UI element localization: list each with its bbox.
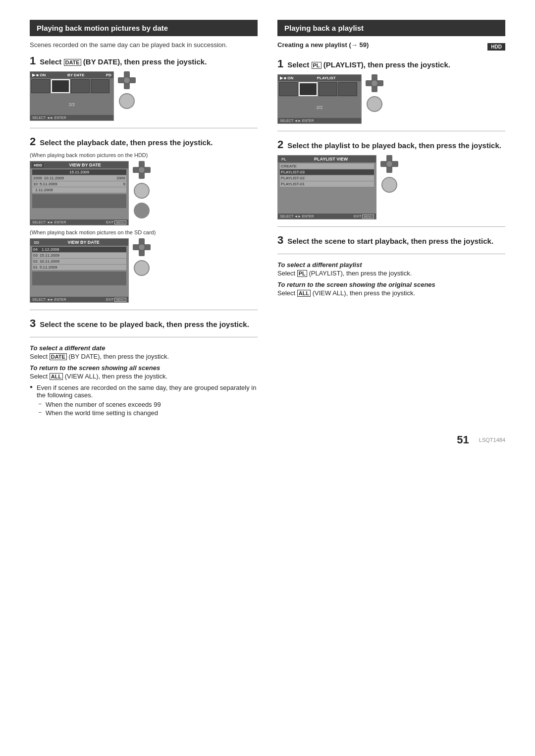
joystick-circle-3 bbox=[134, 203, 150, 218]
pl-thumb1 bbox=[279, 82, 298, 96]
right-step3-label: Select the scene to start playback, then… bbox=[287, 237, 493, 245]
creating-note-row: Creating a new playlist (→ 59) HDD bbox=[277, 41, 505, 53]
right-step2-block: 2 Select the playlist to be played back,… bbox=[277, 138, 505, 219]
hdd-row-highlight: 15.11.2009 bbox=[32, 169, 126, 175]
plview-row-create: CREATE bbox=[280, 163, 374, 169]
left-step2-text: 2 Select the playback date, then press t… bbox=[30, 135, 258, 148]
joystick-cross-r2 bbox=[380, 155, 398, 173]
playlist-title-center: PLAYLIST bbox=[317, 76, 336, 80]
right-divider2 bbox=[277, 226, 505, 227]
plview-row-03: PLAYLIST-03 bbox=[280, 169, 374, 175]
page-number-row: 51 LSQT1484 bbox=[30, 433, 505, 446]
hdd-thumbnail bbox=[32, 194, 126, 208]
plview-title: PLAYLIST VIEW bbox=[314, 157, 348, 162]
screen-title-bar-sd: SD VIEW BY DATE bbox=[30, 239, 128, 246]
left-step2-label: Select the playback date, then press the… bbox=[40, 138, 213, 147]
creating-note-text: Creating a new playlist (→ 59) bbox=[277, 41, 369, 49]
left-step1-screen: ▶ ■ ON BY DATE PD 2/2 bbox=[30, 71, 114, 121]
screen-thumbnails-playlist bbox=[278, 81, 361, 97]
right-step1-number: 1 bbox=[277, 57, 283, 70]
right-note1-block: To select a different playlist Select PL… bbox=[277, 261, 505, 277]
joystick-circle-4 bbox=[134, 260, 150, 276]
screen-bottom-hdd: SELECT ◄► ENTER EXIT MENU bbox=[30, 219, 128, 225]
left-step2-hdd-screen-pair: HDD VIEW BY DATE 15.11.2009 200910.11.20… bbox=[30, 161, 258, 225]
right-step1-screen: ▶ ■ ON PLAYLIST 2/2 bbox=[277, 74, 362, 124]
left-step2-hdd-nav bbox=[133, 161, 151, 218]
hdd-note: (When playing back motion pictures on th… bbox=[30, 152, 258, 158]
left-step2-sd-screen: SD VIEW BY DATE 041.12.2008 0315.11.2009 bbox=[30, 238, 129, 303]
left-step3-number: 3 bbox=[30, 317, 36, 329]
joystick-cross-2 bbox=[133, 161, 151, 179]
pl-thumb3 bbox=[319, 82, 337, 96]
left-note1-text: Select DATE (BY DATE), then press the jo… bbox=[30, 353, 258, 360]
left-note2-text: Select ALL (VIEW ALL), then press the jo… bbox=[30, 373, 258, 380]
divider1 bbox=[30, 128, 258, 128]
hdd-row-1: 200910.11.20092009 bbox=[32, 175, 126, 181]
left-step1-text: 1 Select DATE (BY DATE), then press the … bbox=[30, 54, 258, 67]
plview-bottom-right: EXIT MENU bbox=[354, 215, 374, 218]
right-divider1 bbox=[277, 131, 505, 131]
right-step2-number: 2 bbox=[277, 138, 283, 151]
hdd-bottom-right: EXIT MENU bbox=[106, 220, 126, 224]
screen-bottom-sd: SELECT ◄► ENTER EXIT MENU bbox=[30, 297, 128, 302]
left-note2-block: To return to the screen showing all scen… bbox=[30, 364, 258, 380]
left-step1-nav-icons bbox=[118, 71, 136, 109]
joystick-circle-r1 bbox=[367, 96, 382, 112]
right-step1-screen-pair: ▶ ■ ON PLAYLIST 2/2 bbox=[277, 74, 505, 124]
screen-middle: 2/2 bbox=[30, 94, 113, 115]
sd-row-3: 015.11.2009 bbox=[32, 265, 126, 270]
right-step2-label: Select the playlist to be played back, t… bbox=[287, 141, 501, 150]
playlist-page-indicator: 2/2 bbox=[317, 105, 323, 110]
screen-sd-title: VIEW BY DATE bbox=[67, 240, 99, 245]
left-sub-bullet-2: When the world time setting is changed bbox=[46, 409, 258, 417]
thumb1 bbox=[31, 79, 50, 93]
thumb3 bbox=[71, 79, 90, 93]
left-note2-label: To return to the screen showing all scen… bbox=[30, 364, 258, 372]
joystick-cross-3 bbox=[133, 238, 151, 256]
left-step2-sd-nav bbox=[133, 238, 151, 276]
plview-badge: PL bbox=[280, 157, 288, 162]
screen-ui-viewbydate-sd: SD VIEW BY DATE 041.12.2008 0315.11.2009 bbox=[30, 239, 128, 302]
screen-sd-badge: SD bbox=[32, 240, 41, 245]
screen-page-indicator: 2/2 bbox=[69, 102, 75, 107]
left-note1-block: To select a different date Select DATE (… bbox=[30, 344, 258, 360]
screen-sd-content: 041.12.2008 0315.11.2009 0210.11.2009 01… bbox=[30, 246, 128, 297]
plview-bottom-left: SELECT ◄► ENTER bbox=[280, 215, 314, 218]
sd-bottom-left: SELECT ◄► ENTER bbox=[32, 298, 66, 301]
sd-thumbnail bbox=[32, 271, 126, 285]
screen-hdd-title: VIEW BY DATE bbox=[69, 162, 101, 167]
two-column-layout: Playing back motion pictures by date Sce… bbox=[30, 20, 505, 419]
left-intro-text: Scenes recorded on the same day can be p… bbox=[30, 41, 258, 49]
screen-title-bar-hdd: HDD VIEW BY DATE bbox=[30, 162, 128, 168]
right-step3-number: 3 bbox=[277, 234, 283, 246]
joystick-circle-1 bbox=[119, 93, 135, 109]
right-step2-text: 2 Select the playlist to be played back,… bbox=[277, 138, 505, 151]
hdd-badge: HDD bbox=[487, 43, 505, 51]
left-step2-block: 2 Select the playback date, then press t… bbox=[30, 135, 258, 303]
playlist-middle: 2/2 bbox=[278, 97, 361, 118]
thumb2-selected bbox=[51, 79, 70, 93]
right-note1-text: Select PL (PLAYLIST), then press the joy… bbox=[277, 270, 505, 277]
screen-title-left: ▶ ■ ON bbox=[32, 73, 46, 77]
left-section-title: Playing back motion pictures by date bbox=[37, 24, 168, 32]
right-step1-nav bbox=[366, 74, 383, 112]
divider2 bbox=[30, 310, 258, 310]
screen-title-right: PD bbox=[106, 73, 111, 77]
screen-bottom-bydate: SELECT ◄► ENTER bbox=[30, 115, 113, 120]
doc-code: LSQT1484 bbox=[479, 437, 505, 443]
plview-row-02: PLAYLIST-02 bbox=[280, 175, 374, 181]
right-divider3 bbox=[277, 254, 505, 254]
plview-row-01: PLAYLIST-01 bbox=[280, 181, 374, 187]
left-section-header: Playing back motion pictures by date bbox=[30, 20, 258, 36]
screen-title-bar-playlist: ▶ ■ ON PLAYLIST bbox=[278, 75, 361, 81]
screen-title-bar-plview: PL PLAYLIST VIEW bbox=[278, 156, 376, 162]
left-step2-number: 2 bbox=[30, 135, 36, 148]
left-step1-screen-pair: ▶ ■ ON BY DATE PD 2/2 bbox=[30, 71, 258, 121]
screen-thumbnails-bydate bbox=[30, 78, 113, 94]
left-step1-block: 1 Select DATE (BY DATE), then press the … bbox=[30, 54, 258, 121]
right-step1-block: 1 Select PL (PLAYLIST), then press the j… bbox=[277, 57, 505, 124]
left-sub-bullet-1: When the number of scenes exceeds 99 bbox=[46, 401, 258, 408]
joystick-cross-1 bbox=[118, 71, 136, 89]
left-step2-hdd-screen: HDD VIEW BY DATE 15.11.2009 200910.11.20… bbox=[30, 161, 129, 225]
screen-bottom-text: SELECT ◄► ENTER bbox=[32, 116, 66, 119]
